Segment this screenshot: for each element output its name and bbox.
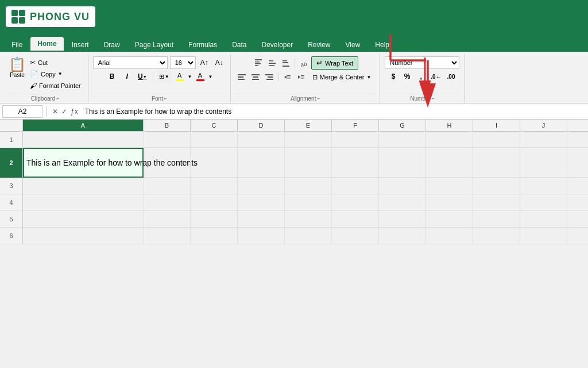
- tab-home[interactable]: Home: [30, 37, 63, 52]
- merge-center-button[interactable]: ⊡ Merge & Center ▼: [308, 71, 376, 83]
- tab-review[interactable]: Review: [301, 38, 337, 52]
- cell-g3[interactable]: [379, 178, 426, 194]
- currency-button[interactable]: $: [387, 70, 400, 83]
- cell-i2[interactable]: [473, 148, 520, 178]
- cell-h6[interactable]: [426, 228, 473, 244]
- cell-d4[interactable]: [238, 194, 285, 210]
- cell-h4[interactable]: [426, 194, 473, 210]
- cancel-formula-icon[interactable]: ✕: [52, 108, 58, 116]
- cell-j3[interactable]: [520, 178, 567, 194]
- col-header-d[interactable]: D: [238, 120, 285, 131]
- col-header-i[interactable]: I: [473, 120, 520, 131]
- cell-f5[interactable]: [332, 211, 379, 227]
- align-middle-button[interactable]: [266, 57, 278, 70]
- number-expand-icon[interactable]: ⌐: [432, 96, 435, 101]
- insert-function-icon[interactable]: ƒx: [71, 108, 78, 116]
- font-color-button[interactable]: A: [195, 70, 206, 83]
- align-right-button[interactable]: [263, 71, 276, 83]
- cell-d3[interactable]: [238, 178, 285, 194]
- cell-d1[interactable]: [238, 132, 285, 148]
- cell-reference-input[interactable]: [2, 105, 42, 118]
- tab-formulas[interactable]: Formulas: [181, 38, 224, 52]
- cell-c3[interactable]: [191, 178, 238, 194]
- tab-insert[interactable]: Insert: [65, 38, 96, 52]
- col-header-c[interactable]: C: [191, 120, 238, 131]
- cell-g6[interactable]: [379, 228, 426, 244]
- highlight-color-button[interactable]: A: [174, 70, 185, 83]
- cell-i3[interactable]: [473, 178, 520, 194]
- tab-view[interactable]: View: [339, 38, 368, 52]
- font-name-select[interactable]: Arial: [93, 56, 168, 69]
- borders-button[interactable]: ⊞ ▼: [157, 70, 172, 83]
- cell-b4[interactable]: [144, 194, 191, 210]
- cell-h3[interactable]: [426, 178, 473, 194]
- col-header-e[interactable]: E: [285, 120, 332, 131]
- cell-k1[interactable]: [567, 132, 588, 148]
- cell-j6[interactable]: [520, 228, 567, 244]
- cut-button[interactable]: ✂ Cut: [28, 57, 83, 68]
- comma-button[interactable]: ,: [415, 70, 427, 83]
- cell-b6[interactable]: [144, 228, 191, 244]
- cell-c6[interactable]: [191, 228, 238, 244]
- italic-button[interactable]: I: [121, 70, 133, 83]
- cell-j2[interactable]: [520, 148, 567, 178]
- cell-g4[interactable]: [379, 194, 426, 210]
- alignment-expand-icon[interactable]: ⌐: [317, 96, 320, 101]
- merge-dropdown-icon[interactable]: ▼: [366, 75, 371, 80]
- cell-a3[interactable]: [23, 178, 144, 194]
- bold-button[interactable]: B: [106, 70, 118, 83]
- cell-h2[interactable]: [426, 148, 473, 178]
- cell-j1[interactable]: [520, 132, 567, 148]
- cell-k4[interactable]: [567, 194, 588, 210]
- cell-b2[interactable]: [144, 148, 191, 178]
- decrease-decimal-button[interactable]: .0←: [428, 70, 443, 83]
- col-header-k[interactable]: K: [567, 120, 588, 131]
- cell-k2[interactable]: [567, 148, 588, 178]
- cell-c4[interactable]: [191, 194, 238, 210]
- cell-k3[interactable]: [567, 178, 588, 194]
- cell-e4[interactable]: [285, 194, 332, 210]
- cell-h5[interactable]: [426, 211, 473, 227]
- increase-font-button[interactable]: A↑: [198, 56, 211, 69]
- cell-f2[interactable]: [332, 148, 379, 178]
- cell-j4[interactable]: [520, 194, 567, 210]
- cell-k6[interactable]: [567, 228, 588, 244]
- cell-h1[interactable]: [426, 132, 473, 148]
- font-size-select[interactable]: 16: [170, 56, 196, 69]
- col-header-g[interactable]: G: [379, 120, 426, 131]
- cell-e1[interactable]: [285, 132, 332, 148]
- format-painter-button[interactable]: 🖌 Format Painter: [28, 80, 83, 91]
- cell-f4[interactable]: [332, 194, 379, 210]
- cell-a6[interactable]: [23, 228, 144, 244]
- col-header-f[interactable]: F: [332, 120, 379, 131]
- rotate-text-button[interactable]: ab: [297, 57, 310, 70]
- highlight-dropdown-icon[interactable]: ▼: [188, 74, 192, 79]
- tab-draw[interactable]: Draw: [97, 38, 127, 52]
- cell-d5[interactable]: [238, 211, 285, 227]
- cell-f6[interactable]: [332, 228, 379, 244]
- increase-indent-button[interactable]: [295, 71, 307, 83]
- borders-dropdown-icon[interactable]: ▼: [165, 74, 169, 79]
- copy-button[interactable]: 📄 Copy ▼: [28, 69, 83, 79]
- cell-f3[interactable]: [332, 178, 379, 194]
- tab-developer[interactable]: Developer: [254, 38, 300, 52]
- col-header-h[interactable]: H: [426, 120, 473, 131]
- underline-button[interactable]: U ▼: [136, 70, 149, 83]
- number-format-select[interactable]: Number: [385, 56, 459, 69]
- cell-d6[interactable]: [238, 228, 285, 244]
- align-bottom-button[interactable]: [280, 57, 292, 70]
- tab-data[interactable]: Data: [225, 38, 253, 52]
- cell-a5[interactable]: [23, 211, 144, 227]
- decrease-indent-button[interactable]: [281, 71, 293, 83]
- cell-i5[interactable]: [473, 211, 520, 227]
- cell-i6[interactable]: [473, 228, 520, 244]
- cell-c5[interactable]: [191, 211, 238, 227]
- font-expand-icon[interactable]: ⌐: [164, 96, 167, 101]
- percent-button[interactable]: %: [401, 70, 413, 83]
- cell-i4[interactable]: [473, 194, 520, 210]
- align-top-button[interactable]: [252, 57, 265, 70]
- cell-i1[interactable]: [473, 132, 520, 148]
- cell-g2[interactable]: [379, 148, 426, 178]
- cell-f1[interactable]: [332, 132, 379, 148]
- align-center-button[interactable]: [249, 71, 262, 83]
